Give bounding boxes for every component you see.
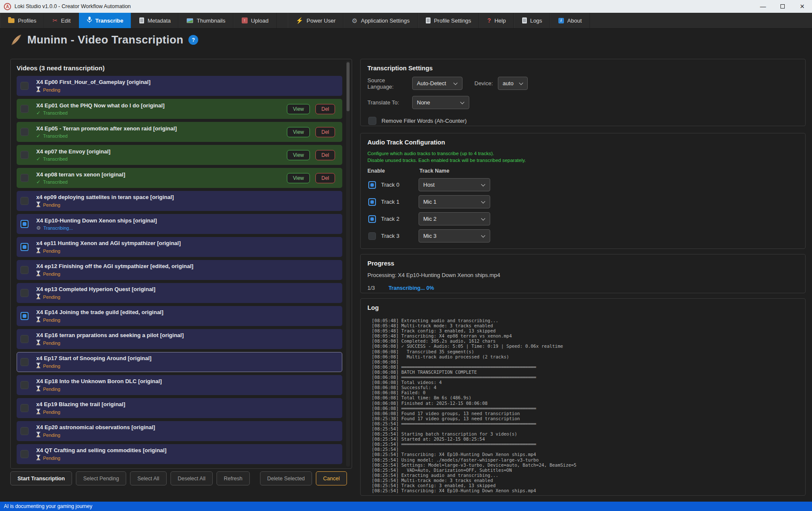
video-row[interactable]: X4 ep13 Completed Hyperion Quest [origin… [17,283,342,303]
scrollbar[interactable] [346,61,350,467]
tab-upload[interactable]: ↑Upload [234,13,277,28]
tab-label: Transcribe [95,17,124,24]
video-row[interactable]: X4 Ep14 Joining the trade guild [edited,… [17,306,342,326]
select-all-button[interactable]: Select All [130,471,166,485]
video-row[interactable]: X4 Ep01 Got the PHQ Now what do I do [or… [17,99,342,119]
deselect-all-button[interactable]: Deselect All [170,471,213,485]
start-transcription-button[interactable]: Start Transcription [10,471,72,485]
video-checkbox[interactable] [20,174,29,182]
video-checkbox[interactable] [20,312,29,320]
hourglass-icon [36,87,40,93]
video-title: X4 ep08 terran vs xenon [original] [36,171,125,178]
video-checkbox[interactable] [20,289,29,297]
track-3-name-select[interactable]: Mic 3 [419,229,490,243]
refresh-button[interactable]: Refresh [217,471,250,485]
remove-filler-checkbox[interactable] [368,117,376,125]
cancel-button[interactable]: Cancel [316,471,347,485]
video-row[interactable]: X4 Ep10-Hunting Down Xenon ships [origin… [17,214,342,234]
video-checkbox[interactable] [20,82,29,90]
chevron-down-icon [481,199,485,203]
tab-power-user[interactable]: ⚡Power User [288,13,344,28]
video-checkbox[interactable] [20,128,29,136]
video-checkbox[interactable] [20,381,29,389]
close-button[interactable]: × [792,0,812,13]
video-row[interactable]: X4 Ep05 - Terran promotion after xenon r… [17,122,342,142]
tab-edit[interactable]: ✂Edit [44,13,78,28]
tab-help[interactable]: ?Help [479,13,514,28]
track-0-name-select[interactable]: Host [419,178,490,191]
upload-icon: ↑ [242,17,248,23]
video-checkbox[interactable] [20,151,29,159]
track-1-checkbox[interactable] [368,198,376,206]
video-title: X4 Ep05 - Terran promotion after xenon r… [36,125,177,132]
scissors-icon: ✂ [52,17,58,23]
page-header: Muninn - Video Transcription ? [9,33,198,46]
tab-about[interactable]: iAbout [550,13,590,28]
video-checkbox[interactable] [20,105,29,113]
tab-logs[interactable]: Logs [514,13,550,28]
translate-to-select[interactable]: None [412,96,469,109]
video-checkbox[interactable] [20,404,29,412]
tab-label: Application Settings [361,17,410,24]
video-row[interactable]: X4 QT Crafting and selling commodities [… [17,444,342,464]
tab-profile-settings[interactable]: Profile Settings [418,13,479,28]
track-3-checkbox[interactable] [368,232,376,240]
help-button[interactable]: ? [188,35,198,45]
chevron-down-icon [519,81,523,85]
hourglass-icon [36,386,40,392]
video-checkbox[interactable] [20,450,29,458]
video-status-label: Transcribed [43,156,68,162]
track-2-checkbox[interactable] [368,215,376,223]
track-1-name-select[interactable]: Mic 1 [419,195,490,208]
video-checkbox[interactable] [20,243,29,251]
tab-label: Help [494,17,506,24]
view-button[interactable]: View [287,127,310,137]
video-row[interactable]: X4 Ep00 First_Hour_of_Gameplay [original… [17,76,342,96]
right-panel: Transcription Settings Source Language: … [360,59,806,496]
delete-button[interactable]: Del [315,104,335,114]
video-checkbox[interactable] [20,220,29,228]
track-name-value: Host [423,182,435,188]
video-checkbox[interactable] [20,197,29,205]
tab-profiles[interactable]: Profiles [0,13,44,28]
view-button[interactable]: View [287,173,310,183]
video-checkbox[interactable] [20,358,29,366]
tab-application-settings[interactable]: ⚙Application Settings [344,13,418,28]
tab-metadata[interactable]: Metadata [131,13,179,28]
view-button[interactable]: View [287,104,310,114]
select-pending-button[interactable]: Select Pending [76,471,126,485]
video-row[interactable]: X4 ep12 Finishing off the AGI sytmpathiz… [17,260,342,280]
track-0-checkbox[interactable] [368,181,376,189]
minimize-button[interactable]: — [753,0,773,13]
track-name-value: Mic 1 [423,199,436,205]
source-language-label: Source Language: [367,77,412,90]
video-checkbox[interactable] [20,335,29,343]
video-status-label: Pending [43,364,60,369]
delete-button[interactable]: Del [315,127,335,137]
device-select[interactable]: auto [498,77,528,90]
video-checkbox[interactable] [20,266,29,274]
tab-thumbnails[interactable]: Thumbnails [179,13,233,28]
track-2-name-select[interactable]: Mic 2 [419,212,490,225]
video-row[interactable]: X4 Ep20 astronomical observations [origi… [17,421,342,441]
video-row[interactable]: x4 Ep17 Start of Snooping Around [origin… [17,352,342,372]
scrollbar-thumb[interactable] [347,62,350,111]
delete-button[interactable]: Del [315,150,335,160]
video-status-label: Transcribed [43,179,68,185]
video-row[interactable]: X4 Ep16 terran prparations and seeking a… [17,329,342,349]
delete-selected-button[interactable]: Delete Selected [260,471,312,485]
maximize-button[interactable] [773,0,792,13]
video-checkbox[interactable] [20,427,29,435]
hourglass-icon [36,317,40,323]
video-row[interactable]: x4 ep09 deploying sattelites in teran sp… [17,191,342,211]
tab-transcribe[interactable]: Transcribe [79,13,132,28]
view-button[interactable]: View [287,150,310,160]
video-row[interactable]: X4 ep08 terran vs xenon [original]✓Trans… [17,168,342,188]
delete-button[interactable]: Del [315,173,335,183]
video-row[interactable]: x4 ep11 Hunting Xenon and AGI sytmpathiz… [17,237,342,257]
video-row[interactable]: X4 Ep18 Into the Unknown Boron DLC [orig… [17,375,342,395]
log-output[interactable]: [08:05:48] Extracting audio and transcri… [367,316,798,493]
source-language-select[interactable]: Auto-Detect [412,77,462,90]
video-row[interactable]: x4 Ep19 Blazing the trail [original]Pend… [17,398,342,418]
video-row[interactable]: X4 ep07 the Envoy [original]✓Transcribed… [17,145,342,165]
